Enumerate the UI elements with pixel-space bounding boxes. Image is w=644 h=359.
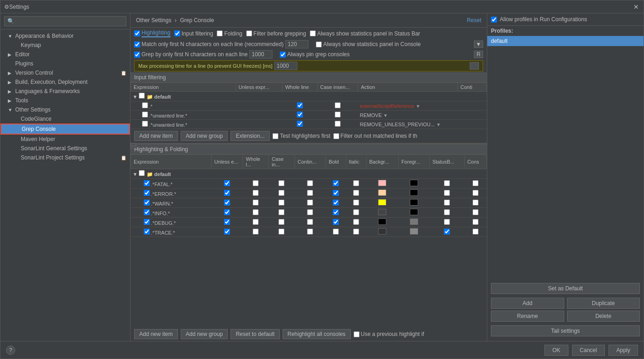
filter-not-matched-option[interactable]: Filter out not matched lines if th [333, 131, 418, 141]
hl-case[interactable] [278, 219, 284, 225]
hl-unless[interactable] [224, 180, 230, 186]
hl-row-checkbox[interactable] [144, 180, 150, 186]
always-show-status-checkbox[interactable] [310, 30, 316, 36]
action-dropdown[interactable]: ▼ [416, 104, 420, 109]
hl-italic[interactable] [353, 229, 359, 235]
hl-fg-color[interactable] [410, 209, 418, 215]
hl-bg-color[interactable] [378, 189, 386, 196]
scroll-indicator[interactable]: ▼ [474, 41, 483, 48]
duplicate-profile-button[interactable]: Duplicate [567, 298, 640, 309]
ok-button[interactable]: OK [544, 345, 568, 356]
hl-cons[interactable] [473, 219, 479, 225]
sidebar-item-tools[interactable]: ▶ Tools [0, 96, 130, 105]
sidebar-item-plugins[interactable]: Plugins [0, 59, 130, 68]
hl-italic[interactable] [353, 200, 359, 206]
hl-unless[interactable] [224, 200, 230, 206]
filter-not-matched-checkbox[interactable] [333, 133, 339, 139]
always-show-console-option[interactable]: Always show statistics panel in Console [316, 41, 420, 47]
input-extension-button[interactable]: Extension... [230, 131, 270, 141]
group-checkbox[interactable] [139, 93, 145, 99]
hl-italic[interactable] [353, 180, 359, 186]
hl-reset-button[interactable]: Reset to default [230, 329, 279, 339]
hl-contin[interactable] [307, 180, 313, 186]
whole-line-checkbox[interactable] [297, 112, 303, 118]
always-show-console-checkbox[interactable] [316, 41, 322, 47]
hl-row-checkbox[interactable] [144, 229, 150, 235]
sidebar-item-grep-console[interactable]: Grep Console [0, 124, 130, 135]
match-first-n-input[interactable] [285, 40, 308, 48]
input-filtering-checkbox[interactable] [174, 30, 180, 36]
sidebar-item-maven-helper[interactable]: Maven Helper [0, 135, 130, 144]
whole-line-checkbox[interactable] [297, 102, 303, 108]
hl-cons[interactable] [473, 229, 479, 235]
hl-rehighlight-button[interactable]: Rehighlight all consoles [283, 329, 351, 339]
hl-whole[interactable] [253, 190, 259, 196]
hl-unless[interactable] [224, 190, 230, 196]
hl-whole[interactable] [253, 219, 259, 225]
row-checkbox[interactable] [142, 102, 148, 108]
hl-bold[interactable] [333, 219, 339, 225]
match-first-n-option[interactable]: Match only first N characters on each li… [134, 40, 310, 48]
hl-whole[interactable] [253, 200, 259, 206]
hl-unless[interactable] [224, 219, 230, 225]
hl-bold[interactable] [333, 229, 339, 235]
hl-bold[interactable] [333, 180, 339, 186]
whole-line-checkbox[interactable] [297, 121, 303, 127]
hl-whole[interactable] [253, 209, 259, 215]
hl-contin[interactable] [307, 219, 313, 225]
use-previous-highlight-checkbox[interactable] [354, 331, 360, 337]
input-filtering-tab[interactable]: Input filtering [174, 30, 213, 37]
sidebar-item-sonarlint-general[interactable]: SonarLint General Settings [0, 144, 130, 153]
hl-whole[interactable] [253, 229, 259, 235]
hl-bg-color[interactable] [378, 228, 386, 235]
hl-cons[interactable] [473, 209, 479, 215]
test-highlighters-option[interactable]: Test highlighters first [272, 131, 330, 141]
row-checkbox[interactable] [142, 112, 148, 118]
search-input[interactable] [4, 16, 126, 26]
hl-fg-color[interactable] [410, 189, 418, 196]
hl-row-checkbox[interactable] [144, 219, 150, 225]
grep-first-n-checkbox[interactable] [134, 52, 140, 58]
scroll-indicator2[interactable]: R [474, 51, 483, 58]
hl-italic[interactable] [353, 190, 359, 196]
action-dropdown[interactable]: ▼ [436, 122, 441, 127]
hl-bold[interactable] [333, 209, 339, 215]
hl-statusb[interactable] [444, 200, 450, 206]
hl-fg-color[interactable] [410, 180, 418, 186]
input-add-group-button[interactable]: Add new group [181, 131, 228, 141]
hl-unless[interactable] [224, 229, 230, 235]
hl-case[interactable] [278, 180, 284, 186]
always-pin-checkbox[interactable] [280, 52, 286, 58]
hl-bg-color[interactable] [378, 199, 386, 206]
input-add-item-button[interactable]: Add new item [134, 131, 178, 141]
match-first-n-checkbox[interactable] [134, 41, 140, 47]
hl-fg-color[interactable] [410, 218, 418, 225]
sidebar-item-editor[interactable]: ▶ Editor [0, 50, 130, 59]
hl-case[interactable] [278, 190, 284, 196]
hl-row-checkbox[interactable] [144, 200, 150, 206]
action-dropdown[interactable]: ▼ [383, 113, 388, 118]
highlighting-checkbox[interactable] [134, 30, 140, 36]
highlighting-tab[interactable]: Highlighting [134, 29, 171, 37]
hl-statusb[interactable] [444, 229, 450, 235]
profile-item-default[interactable]: default [487, 36, 644, 46]
sidebar-item-sonarlint-project[interactable]: SonarLint Project Settings 📋 [0, 153, 130, 162]
hl-statusb[interactable] [444, 190, 450, 196]
hl-cons[interactable] [473, 180, 479, 186]
set-as-default-button[interactable]: Set as Default [491, 283, 640, 294]
hl-case[interactable] [278, 200, 284, 206]
hl-row-checkbox[interactable] [144, 190, 150, 196]
sidebar-item-keymap[interactable]: Keymap [0, 41, 130, 50]
hl-contin[interactable] [307, 229, 313, 235]
hl-statusb[interactable] [444, 209, 450, 215]
case-checkbox[interactable] [335, 102, 341, 108]
close-button[interactable]: ✕ [632, 3, 640, 11]
hl-statusb[interactable] [444, 180, 450, 186]
hl-case[interactable] [278, 209, 284, 215]
hl-contin[interactable] [307, 200, 313, 206]
cancel-button[interactable]: Cancel [572, 345, 605, 356]
rename-profile-button[interactable]: Rename [491, 311, 564, 322]
sidebar-item-codeglance[interactable]: CodeGlance [0, 114, 130, 124]
sidebar-item-version-control[interactable]: ▶ Version Control 📋 [0, 68, 130, 77]
hl-case[interactable] [278, 229, 284, 235]
